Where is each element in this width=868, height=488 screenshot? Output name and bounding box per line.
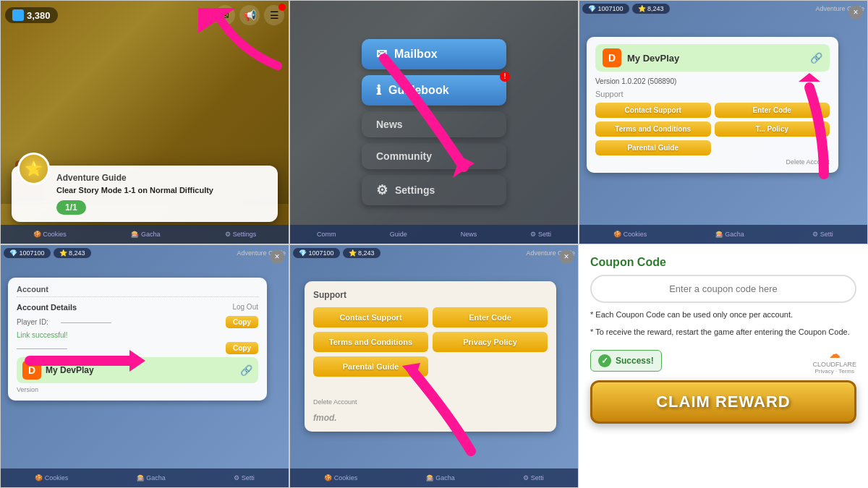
community-menu-item[interactable]: Community	[362, 143, 506, 169]
news-menu-item[interactable]: News	[362, 111, 506, 137]
news-label: News	[376, 119, 403, 130]
parental-btn-5[interactable]: Parental Guide	[313, 356, 428, 377]
delete-account-link-3[interactable]: Delete Account	[595, 158, 830, 166]
bottom-nav-5: 🍪 Cookies 🎰 Gacha ⚙ Setti	[290, 468, 578, 487]
hud-currency-4: 💎 1007100	[4, 248, 51, 258]
nav-cookies-3[interactable]: 🍪 Cookies	[613, 231, 647, 238]
mailbox-label: Mailbox	[394, 48, 438, 61]
coupon-note-1: * Each Coupon Code can be used only once…	[590, 309, 856, 321]
devplay-card: D My DevPlay 🔗 Version 1.0.202 (508890) …	[587, 37, 838, 173]
contact-support-btn-5[interactable]: Contact Support	[313, 307, 428, 328]
devplay-logo-4: D	[22, 361, 41, 380]
panel5-hud: 💎 1007100 ⭐ 8,243 Adventure Guide	[293, 248, 575, 258]
devplay-link-title: My DevPlay	[46, 365, 236, 375]
devplay-header: D My DevPlay 🔗	[595, 44, 830, 72]
menu-red-dot	[278, 4, 286, 11]
close-button-5[interactable]: ×	[559, 249, 574, 264]
cloudflare-icon: ☁	[829, 347, 841, 361]
account-details-header: Account Details Log Out	[17, 303, 258, 312]
hud-currency-5b: ⭐ 8,243	[343, 248, 380, 258]
mailbox-menu-item[interactable]: ✉ Mailbox	[362, 39, 506, 69]
nav-settings-3[interactable]: ⚙ Setti	[812, 231, 833, 238]
verification-row: ✓ Success! ☁ CLOUDFLARE Privacy · Terms	[590, 347, 856, 374]
close-button-3[interactable]: ×	[848, 5, 863, 20]
nav-guide[interactable]: Guide	[390, 231, 407, 238]
contact-support-btn-3[interactable]: Contact Support	[595, 103, 711, 118]
guidebook-menu-item[interactable]: ℹ Guidebook !	[362, 75, 506, 106]
player-id-value: ———————	[61, 318, 221, 326]
panel-account: 💎 1007100 ⭐ 8,243 Adventure Guide × Acco…	[0, 244, 289, 489]
terms-btn-5[interactable]: Terms and Conditions	[313, 332, 428, 352]
cloudflare-label: CLOUDFLARE	[812, 361, 856, 368]
devplay-title: My DevPlay	[627, 53, 804, 64]
success-checkmark-icon: ✓	[598, 354, 611, 367]
bottom-nav: 🍪 Cookies 🎰 Gacha ⚙ Settings	[1, 225, 289, 244]
terms-btn-3[interactable]: Terms and Conditions	[595, 121, 711, 137]
community-label: Community	[376, 150, 432, 162]
bottom-nav-4: 🍪 Cookies 🎰 Gacha ⚙ Setti	[1, 468, 289, 487]
settings-gear-icon: ⚙	[376, 182, 388, 198]
mail-icon: ✉	[376, 46, 387, 62]
nav-gacha-4[interactable]: 🎰 Gacha	[137, 474, 166, 481]
enter-code-btn-3[interactable]: Enter Code	[715, 103, 830, 118]
version-note: Version	[17, 386, 258, 393]
account-details-title: Account Details	[17, 303, 77, 312]
panel4-hud: 💎 1007100 ⭐ 8,243 Adventure Guide	[4, 248, 286, 258]
gem-icon	[12, 9, 24, 21]
nav-settings[interactable]: ⚙ Settings	[225, 231, 256, 238]
megaphone-button[interactable]: 📢	[239, 5, 260, 25]
second-id-value: ———————	[17, 344, 221, 352]
nav-news[interactable]: News	[461, 231, 477, 238]
panel-coupon: Coupon Code * Each Coupon Code can be us…	[579, 244, 868, 489]
claim-reward-button[interactable]: CLAIM REWARD	[590, 380, 856, 424]
panel-adventure: 3,380 ✉ 📢 ☰ ⭐ Adventure Guide Clear Stor…	[0, 0, 289, 244]
nav-gacha-5[interactable]: 🎰 Gacha	[426, 474, 455, 481]
nav-sett[interactable]: ⚙ Setti	[530, 231, 551, 238]
nav-cookies-5[interactable]: 🍪 Cookies	[324, 474, 357, 481]
coupon-note-2: * To receive the reward, restart the gam…	[590, 326, 856, 338]
coupon-input-field[interactable]	[590, 275, 856, 303]
link-chain-icon: 🔗	[240, 364, 252, 376]
guidebook-icon: ℹ	[376, 82, 381, 98]
player-id-label: Player ID:	[17, 318, 56, 326]
panel-devplay: 💎 1007100 ⭐ 8,243 Adventure Guide × D My…	[579, 0, 868, 244]
support-card-buttons: Contact Support Enter Code Terms and Con…	[313, 307, 548, 377]
nav-cookies-4[interactable]: 🍪 Cookies	[35, 474, 68, 481]
nav-gacha[interactable]: 🎰 Gacha	[131, 231, 160, 238]
delete-account-link-5[interactable]: Delete Account	[313, 398, 548, 406]
support-card: Support Contact Support Enter Code Terms…	[305, 281, 556, 432]
success-badge: ✓ Success!	[590, 350, 662, 372]
nav-cookies[interactable]: 🍪 Cookies	[33, 231, 67, 238]
hud-currency-3: 💎 1007100	[582, 4, 629, 14]
cloudflare-badge: ☁ CLOUDFLARE Privacy · Terms	[812, 347, 856, 374]
nav-settings-5[interactable]: ⚙ Setti	[523, 474, 544, 481]
mail-button[interactable]: ✉	[215, 5, 235, 25]
settings-label: Settings	[395, 184, 435, 196]
settings-menu-item[interactable]: ⚙ Settings	[362, 175, 506, 205]
gem-value: 3,380	[27, 10, 51, 21]
bottom-nav-3: 🍪 Cookies 🎰 Gacha ⚙ Setti	[579, 225, 867, 244]
copy-player-id-button[interactable]: Copy	[226, 316, 258, 328]
guidebook-notification: !	[500, 72, 510, 82]
support-buttons-grid: Contact Support Enter Code Terms and Con…	[595, 103, 830, 155]
privacy-btn-5[interactable]: Privacy Policy	[433, 332, 548, 352]
nav-comm[interactable]: Comm	[317, 231, 336, 238]
quest-description: Clear Story Mode 1-1 on Normal Difficult…	[56, 186, 269, 194]
support-card-title: Support	[313, 290, 548, 300]
copy-second-id-button[interactable]: Copy	[226, 342, 258, 354]
support-section-label: Support	[595, 90, 830, 98]
terms-policy-btn-3[interactable]: T... Policy	[715, 121, 830, 137]
nav-gacha-3[interactable]: 🎰 Gacha	[715, 231, 744, 238]
close-button-4[interactable]: ×	[270, 249, 284, 264]
enter-code-btn-5[interactable]: Enter Code	[433, 307, 548, 328]
nav-settings-4[interactable]: ⚙ Setti	[234, 474, 255, 481]
devplay-logo: D	[603, 48, 621, 67]
devplay-link-row: D My DevPlay 🔗	[17, 357, 258, 383]
version-info: Version 1.0.202 (508890)	[595, 77, 830, 85]
character-portrait: ⭐	[17, 153, 50, 185]
logout-button[interactable]: Log Out	[232, 303, 258, 311]
parental-btn-3[interactable]: Parental Guide	[595, 140, 711, 155]
guidebook-label: Guidebook	[388, 84, 449, 97]
hud-currency-5: 💎 1007100	[293, 248, 340, 258]
account-card: Account Account Details Log Out Player I…	[8, 278, 267, 401]
